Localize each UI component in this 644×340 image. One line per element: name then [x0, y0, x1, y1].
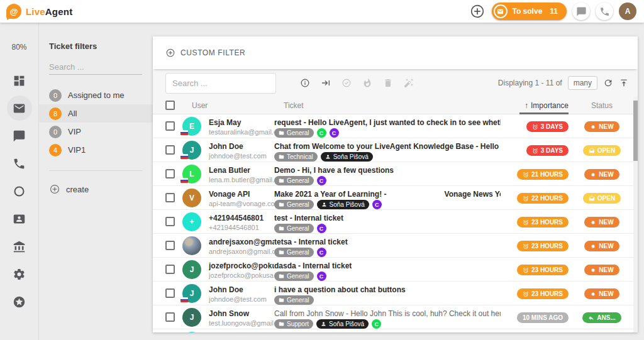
code-tag[interactable]: C	[317, 224, 326, 233]
category-tag[interactable]: General	[274, 271, 314, 281]
folder-icon	[279, 273, 284, 279]
user-name: Esja May	[209, 118, 274, 127]
clock-icon	[523, 267, 529, 273]
filter-item-all[interactable]: 8All	[39, 104, 153, 123]
row-checkbox[interactable]	[165, 145, 175, 155]
row-checkbox[interactable]	[165, 193, 175, 202]
select-all-checkbox[interactable]	[165, 101, 175, 110]
collapse-top-button[interactable]	[619, 78, 629, 88]
category-tag[interactable]: General	[274, 128, 314, 138]
sidebar-item-ring[interactable]	[7, 178, 32, 204]
sidebar-item-contacts[interactable]	[7, 206, 32, 231]
code-tag[interactable]: C	[330, 128, 339, 138]
clock-icon	[523, 172, 529, 178]
importance-column-header[interactable]: ↑ Importance	[501, 97, 569, 114]
refresh-button[interactable]	[603, 78, 613, 88]
category-tag[interactable]: General	[274, 224, 314, 233]
ticket-row[interactable]: andrejsaxon@gmail.c...andrejsaxon@gmail.…	[153, 234, 638, 258]
ticket-row[interactable]: EEsja Mayrequest - Hey I just want to as…	[153, 329, 638, 332]
chat-bubble-icon	[576, 6, 587, 17]
ticket-row[interactable]: Jjozefprocko@pokusa....jozefprocko@pokus…	[153, 258, 638, 282]
sidebar-item-dashboard[interactable]	[7, 68, 32, 93]
avatar: +	[182, 212, 201, 231]
ticket-row[interactable]: LLena Butlerlena.m.butler@gmail....Demo …	[153, 162, 638, 186]
filter-item-vip1[interactable]: 4VIP1	[39, 141, 153, 159]
code-tag[interactable]: C	[372, 200, 382, 209]
table-header-row: User Ticket ↑ Importance Status	[153, 97, 638, 114]
user-name: Lena Butler	[209, 166, 274, 175]
category-tag[interactable]: Technical	[274, 152, 318, 162]
user-cell: Esja May	[209, 332, 274, 332]
folder-icon	[279, 297, 284, 303]
agent-tag[interactable]: Soňa Pišová	[317, 200, 369, 209]
to-solve-label: To solve	[513, 7, 543, 16]
calls-button[interactable]	[596, 3, 613, 20]
row-checkbox[interactable]	[165, 217, 175, 226]
sidebar-item-calls[interactable]	[7, 151, 32, 176]
code-tag[interactable]: C	[372, 319, 381, 329]
ticket-row[interactable]: JJohn Doejohndoe@test.comChat from Welco…	[153, 138, 638, 162]
to-solve-button[interactable]: To solve 11	[492, 3, 567, 20]
filter-item-vip[interactable]: 0VIP	[39, 123, 153, 141]
slovakia-flag-icon	[180, 154, 188, 159]
code-tag[interactable]: C	[317, 128, 326, 138]
ticket-search-input[interactable]	[165, 73, 276, 94]
category-tag[interactable]: Support	[274, 319, 313, 329]
status-cell: NEW	[575, 284, 629, 299]
code-tag[interactable]: C	[317, 271, 326, 281]
chats-button[interactable]	[572, 3, 590, 20]
filter-label: VIP	[68, 127, 81, 136]
row-checkbox[interactable]	[165, 169, 175, 178]
add-button[interactable]	[469, 3, 486, 20]
row-checkbox[interactable]	[165, 265, 175, 274]
ticket-row[interactable]: JJohn Snowtest.luongova@gmail....Call fr…	[153, 305, 638, 329]
avatar-cell: J	[182, 308, 209, 327]
sidebar-item-chat[interactable]	[7, 123, 32, 148]
sidebar-item-star[interactable]	[7, 289, 32, 314]
slovakia-flag-icon	[180, 178, 188, 183]
scrollbar-thumb[interactable]	[633, 101, 638, 161]
user-avatar[interactable]: A	[619, 3, 636, 20]
sidebar-item-academy[interactable]	[7, 234, 32, 259]
sidebar-item-settings[interactable]	[7, 261, 32, 287]
delete-button[interactable]	[383, 78, 393, 88]
status-column-header[interactable]: Status	[575, 101, 629, 110]
create-filter-button[interactable]: create	[49, 184, 143, 195]
row-checkbox[interactable]	[165, 288, 175, 298]
row-checkbox[interactable]	[165, 121, 175, 131]
row-checkbox[interactable]	[165, 312, 175, 322]
ticket-row[interactable]: JJohn Doejohndoe@test.comi have a questi…	[153, 282, 638, 305]
code-tag[interactable]: C	[317, 248, 326, 257]
user-cell: Esja Maytestauralinka@gmail.c...	[209, 117, 274, 136]
category-tag[interactable]: General	[274, 200, 314, 209]
info-button[interactable]	[300, 78, 310, 88]
ticket-subject: test - Internal ticket	[274, 214, 501, 222]
clock-icon	[523, 195, 529, 202]
scrollbar-track[interactable]	[633, 97, 638, 332]
category-tag[interactable]: General	[274, 295, 314, 305]
user-name: jozefprocko@pokusa....	[209, 261, 274, 270]
ticket-row[interactable]: ++421944546801+421944546801test - Intern…	[153, 210, 638, 234]
ticket-row[interactable]: EEsja Maytestauralinka@gmail.c...request…	[153, 114, 638, 138]
spam-button[interactable]	[362, 78, 372, 88]
row-checkbox[interactable]	[165, 241, 175, 250]
custom-filter-button[interactable]: CUSTOM FILTER	[165, 48, 245, 58]
filters-search-input[interactable]	[49, 60, 142, 75]
filter-item-assigned-to-me[interactable]: 0Assigned to me	[39, 86, 153, 104]
resolve-button[interactable]	[341, 78, 352, 88]
ticket-row[interactable]: VVonage APIapi-team@vonage.comMake 2021 …	[153, 186, 638, 210]
sidebar-item-tickets[interactable]	[7, 96, 32, 121]
transfer-button[interactable]	[321, 78, 331, 88]
category-tag[interactable]: General	[274, 248, 314, 257]
user-email: jozefprocko@pokusa....	[209, 271, 274, 279]
agent-tag[interactable]: Soňa Pišová	[321, 152, 373, 162]
merge-button[interactable]	[404, 78, 414, 88]
importance-cell: 21 HOURS	[501, 165, 569, 180]
create-label: create	[66, 185, 89, 194]
agent-tag[interactable]: Soňa Pišová	[316, 319, 369, 329]
category-tag[interactable]: General	[274, 176, 314, 185]
page-size-selector[interactable]: many	[568, 76, 597, 90]
dot-icon	[590, 172, 596, 178]
user-email: andrejsaxon@gmail.c...	[209, 248, 274, 255]
code-tag[interactable]: C	[317, 176, 326, 185]
